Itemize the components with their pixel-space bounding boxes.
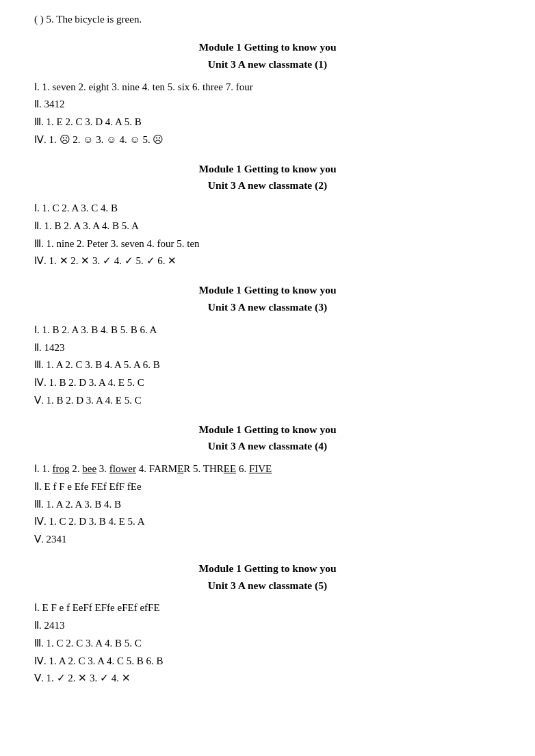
line: Ⅲ. 1. nine 2. Peter 3. seven 4. four 5. … [34,235,501,252]
header-line2: Unit 3 A new classmate (4) [208,440,327,452]
line: Ⅰ. 1. frog 2. bee 3. flower 4. FARMER 5.… [34,460,501,478]
header-line1: Module 1 Getting to know you [198,562,336,574]
line: Ⅳ. 1. ☹ 2. ☺ 3. ☺ 4. ☺ 5. ☹ [34,131,501,148]
header-line2: Unit 3 A new classmate (5) [208,579,327,591]
section-content-unit3-1: Ⅰ. 1. seven 2. eight 3. nine 4. ten 5. s… [34,79,501,148]
line: Ⅱ. E f F e Efe FEf EfF fEe [34,478,501,495]
line: Ⅴ. 2341 [34,531,501,548]
line: Ⅴ. 1. B 2. D 3. A 4. E 5. C [34,392,501,409]
line: Ⅳ. 1. C 2. D 3. B 4. E 5. A [34,513,501,530]
line: Ⅳ. 1. B 2. D 3. A 4. E 5. C [34,374,501,391]
line: Ⅰ. 1. seven 2. eight 3. nine 4. ten 5. s… [34,79,501,96]
line: Ⅲ. 1. A 2. C 3. B 4. A 5. A 6. B [34,356,501,374]
header-line1: Module 1 Getting to know you [198,163,336,174]
section-header-unit3-1: Module 1 Getting to know youUnit 3 A new… [34,39,501,73]
section-content-unit3-3: Ⅰ. 1. B 2. A 3. B 4. B 5. B 6. AⅡ. 1423Ⅲ… [34,322,501,409]
header-line1: Module 1 Getting to know you [198,41,336,53]
line: Ⅲ. 1. E 2. C 3. D 4. A 5. B [34,114,501,131]
section-header-unit3-4: Module 1 Getting to know youUnit 3 A new… [34,421,501,456]
line: Ⅲ. 1. A 2. A 3. B 4. B [34,496,501,513]
header-line1: Module 1 Getting to know you [198,284,336,296]
line: Ⅱ. 2413 [34,617,501,634]
section-header-unit3-2: Module 1 Getting to know youUnit 3 A new… [34,161,501,195]
section-unit3-3: Module 1 Getting to know youUnit 3 A new… [34,282,501,408]
line: Ⅳ. 1. A 2. C 3. A 4. C 5. B 6. B [34,653,501,670]
line: Ⅲ. 1. C 2. C 3. A 4. B 5. C [34,635,501,652]
header-line2: Unit 3 A new classmate (3) [208,301,327,313]
line: Ⅱ. 3412 [34,96,501,113]
section-content-unit3-2: Ⅰ. 1. C 2. A 3. C 4. BⅡ. 1. B 2. A 3. A … [34,200,501,270]
section-unit3-4: Module 1 Getting to know youUnit 3 A new… [34,421,501,548]
header-line2: Unit 3 A new classmate (1) [208,58,327,70]
section-header-unit3-5: Module 1 Getting to know youUnit 3 A new… [34,560,501,595]
line: Ⅱ. 1. B 2. A 3. A 4. B 5. A [34,218,501,235]
header-line2: Unit 3 A new classmate (2) [208,179,327,191]
line: Ⅰ. E F e f EeFf EFfe eFEf efFE [34,599,501,616]
line: Ⅳ. 1. ✕ 2. ✕ 3. ✓ 4. ✓ 5. ✓ 6. ✕ [34,252,501,270]
line: Ⅴ. 1. ✓ 2. ✕ 3. ✓ 4. ✕ [34,670,501,687]
section-unit3-5: Module 1 Getting to know youUnit 3 A new… [34,560,501,687]
header-line1: Module 1 Getting to know you [198,423,336,435]
section-header-unit3-3: Module 1 Getting to know youUnit 3 A new… [34,282,501,316]
line: Ⅰ. 1. B 2. A 3. B 4. B 5. B 6. A [34,322,501,339]
line: Ⅱ. 1423 [34,339,501,356]
section-unit3-1: Module 1 Getting to know youUnit 3 A new… [34,39,501,148]
section-content-unit3-4: Ⅰ. 1. frog 2. bee 3. flower 4. FARMER 5.… [34,460,501,548]
line: Ⅰ. 1. C 2. A 3. C 4. B [34,200,501,217]
top-text: ( ) 5. The bicycle is green. [34,14,501,25]
section-content-unit3-5: Ⅰ. E F e f EeFf EFfe eFEf efFEⅡ. 2413Ⅲ. … [34,599,501,687]
section-unit3-2: Module 1 Getting to know youUnit 3 A new… [34,161,501,270]
